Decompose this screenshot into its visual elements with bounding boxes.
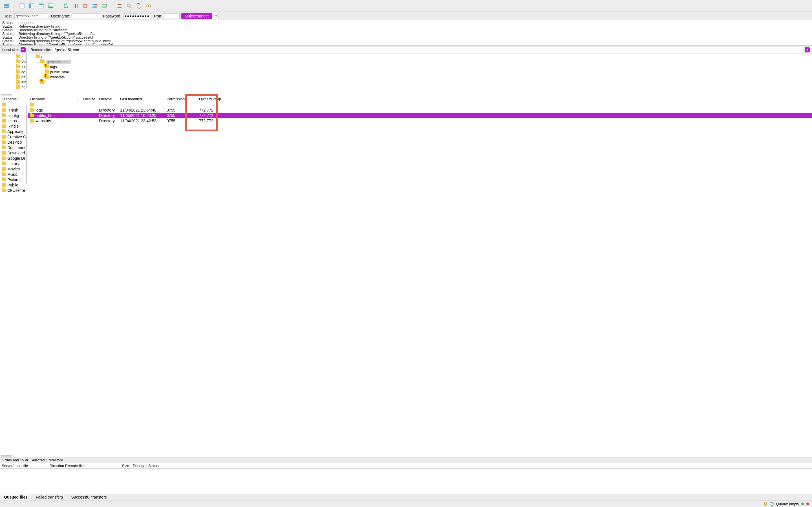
status-log[interactable]: Status: Logged inStatus: Retrieving dire…	[0, 20, 812, 46]
tree-item[interactable]	[28, 79, 812, 84]
list-item[interactable]: Download	[0, 150, 28, 156]
tab-failed-transfers[interactable]: Failed transfers	[32, 494, 67, 501]
filter-icon[interactable]	[116, 2, 123, 10]
scrollbar-thumb[interactable]	[1, 455, 12, 457]
tree-item[interactable]: co	[0, 69, 28, 74]
tree-item[interactable]: ⌄geekto5k.com	[28, 59, 812, 64]
toggle-queue-icon[interactable]	[47, 2, 55, 10]
local-status: 3 files and 15 dire	[0, 458, 28, 462]
list-item[interactable]: .kindle	[0, 123, 28, 129]
tree-item[interactable]: de	[0, 74, 28, 79]
folder-icon	[2, 140, 6, 144]
quickconnect-button[interactable]: Quickconnect	[181, 13, 212, 19]
list-item[interactable]: Music	[0, 172, 28, 177]
tree-item[interactable]: ho	[0, 84, 28, 90]
folder-icon	[16, 55, 20, 58]
status-line: Status: Logged in	[2, 21, 810, 24]
list-item[interactable]: Creative C	[0, 134, 28, 139]
compare-icon[interactable]	[135, 2, 143, 10]
list-item[interactable]: Public	[0, 182, 28, 187]
local-file-list[interactable]: Filename⌃ ...Trash.config.cups.kindleApp…	[0, 96, 28, 457]
col-status[interactable]: Status	[147, 464, 186, 468]
col-priority[interactable]: Priority	[131, 464, 147, 468]
reconnect-icon[interactable]	[100, 2, 108, 10]
status-strip: 3 files and 15 dire Selected 1 directory…	[0, 457, 812, 463]
toggle-remote-tree-icon[interactable]	[37, 2, 45, 10]
col-permissions[interactable]: Permissions⌃	[165, 97, 197, 101]
col-size[interactable]: Size	[111, 464, 131, 468]
tree-item[interactable]: public_html	[28, 69, 812, 74]
list-item[interactable]: Desktop	[0, 139, 28, 145]
list-item[interactable]: CFUserTe	[0, 187, 28, 193]
list-item[interactable]: ..	[0, 102, 28, 107]
transfer-queue[interactable]: Server/Local file Direction Remote file …	[0, 463, 812, 494]
list-item[interactable]: Google Dr	[0, 156, 28, 161]
site-manager-icon[interactable]	[3, 2, 11, 10]
col-last-modified[interactable]: Last modified	[118, 97, 165, 101]
table-row[interactable]: webstatsDirectory11/04/2021 23:42:530755…	[28, 118, 812, 123]
tab-queued-files[interactable]: Queued files	[0, 494, 32, 501]
tree-item[interactable]: ⌄/	[28, 54, 812, 59]
tree-item[interactable]: bir	[0, 64, 28, 69]
list-item[interactable]: Library	[0, 161, 28, 166]
remote-tree[interactable]: ⌄/⌄geekto5k.comlogspublic_htmlwebstats	[28, 54, 812, 96]
scrollbar-thumb[interactable]	[26, 54, 28, 88]
col-filename[interactable]: Filename	[28, 97, 78, 101]
table-row[interactable]: public_htmlDirectory11/05/2021 10:20:250…	[28, 113, 812, 118]
remote-site-dropdown[interactable]: ▾	[805, 47, 810, 52]
folder-icon	[2, 173, 6, 176]
host-input[interactable]	[14, 13, 48, 19]
remote-site-input[interactable]	[53, 47, 803, 53]
col-filesize[interactable]: Filesize	[78, 97, 97, 101]
col-owner-group[interactable]: Owner/Group	[197, 97, 221, 101]
list-item[interactable]: Applicatio	[0, 129, 28, 134]
quickconnect-history-dropdown[interactable]: ▾	[214, 13, 219, 19]
local-site-dropdown[interactable]: ▾	[20, 47, 26, 52]
tree-item[interactable]: Vo	[0, 59, 28, 64]
tab-successful-transfers[interactable]: Successful transfers	[67, 494, 111, 501]
refresh-icon[interactable]	[62, 2, 70, 10]
list-item[interactable]: .config	[0, 113, 28, 118]
folder-icon	[2, 167, 6, 171]
col-direction[interactable]: Direction	[48, 464, 63, 468]
local-tree[interactable]: ›Vobircode›etcho	[0, 54, 28, 96]
cancel-icon[interactable]	[81, 2, 89, 10]
tree-item[interactable]: webstats	[28, 74, 812, 79]
port-input[interactable]	[164, 13, 180, 19]
password-input[interactable]	[123, 13, 151, 19]
scrollbar-thumb[interactable]	[26, 105, 28, 184]
list-item[interactable]: Document	[0, 145, 28, 150]
table-row[interactable]: ..	[28, 102, 812, 107]
svg-rect-0	[4, 4, 9, 5]
status-line: Status: Retrieving directory listing of …	[2, 39, 810, 43]
disconnect-icon[interactable]	[91, 2, 99, 10]
tree-item[interactable]: ›etc	[0, 79, 28, 84]
sync-browse-icon[interactable]	[144, 2, 152, 10]
quickconnect-bar: Host: Username: Password: Port: Quickcon…	[0, 12, 812, 20]
tree-item[interactable]: ›	[0, 54, 28, 59]
folder-icon	[30, 114, 35, 117]
tree-panes: ›Vobircode›etcho ⌄/⌄geekto5k.comlogspubl…	[0, 54, 812, 96]
col-filename[interactable]: Filename⌃	[0, 97, 28, 101]
list-item[interactable]: .cups	[0, 118, 28, 123]
lock-icon[interactable]	[763, 502, 767, 506]
toggle-log-icon[interactable]	[18, 2, 26, 10]
col-server-local[interactable]: Server/Local file	[0, 464, 48, 468]
folder-icon	[2, 162, 6, 165]
username-input[interactable]	[72, 13, 100, 19]
port-label: Port:	[154, 14, 163, 18]
col-remote-file[interactable]: Remote file	[63, 464, 111, 468]
search-icon[interactable]	[125, 2, 133, 10]
process-queue-icon[interactable]	[71, 2, 80, 10]
svg-rect-20	[93, 6, 97, 8]
toggle-local-tree-icon[interactable]	[28, 2, 36, 10]
list-item[interactable]: .Trash	[0, 107, 28, 113]
table-row[interactable]: logsDirectory11/04/2021 23:54:400755772 …	[28, 107, 812, 113]
tree-item[interactable]: logs	[28, 64, 812, 69]
speed-limit-icon[interactable]	[770, 502, 774, 506]
list-item[interactable]: Pictures	[0, 177, 28, 182]
list-item[interactable]: Movies	[0, 166, 28, 172]
scrollbar-thumb[interactable]	[1, 94, 12, 96]
col-filetype[interactable]: Filetype	[97, 97, 118, 101]
remote-file-list[interactable]: Filename Filesize Filetype Last modified…	[28, 96, 812, 457]
